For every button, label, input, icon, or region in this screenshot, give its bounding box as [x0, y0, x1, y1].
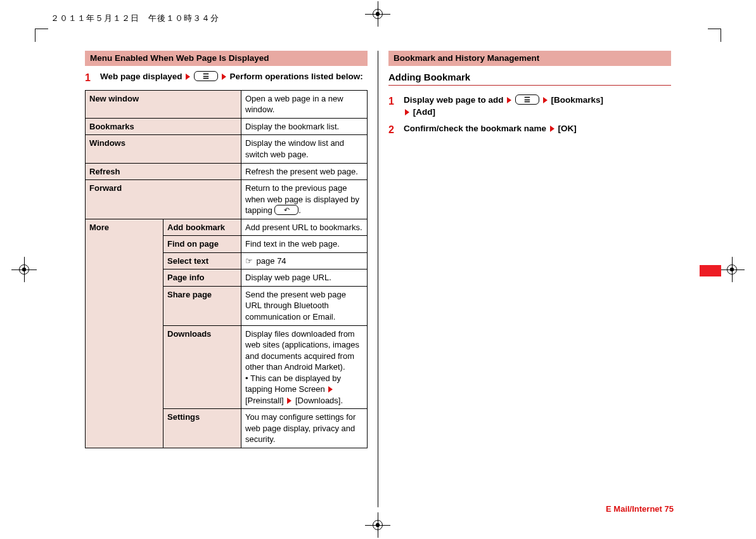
- table-row: More Add bookmark Add present URL to boo…: [86, 219, 368, 236]
- step-tail: [Add]: [413, 107, 435, 117]
- row-desc: Display the bookmark list.: [241, 118, 368, 135]
- footer-section: E Mail/Internet: [606, 504, 662, 514]
- row-label: Refresh: [86, 163, 241, 180]
- arrow-icon: [543, 97, 548, 103]
- bullet-tail: [Downloads].: [293, 396, 343, 405]
- menu-key-icon: ☰: [194, 71, 218, 81]
- crop-mark: [35, 29, 48, 42]
- step-mid: [Bookmarks]: [551, 95, 604, 105]
- desc-text: page 74: [254, 256, 286, 266]
- arrow-icon: [550, 126, 554, 132]
- registration-mark-icon: [18, 263, 30, 276]
- registration-mark-icon: [371, 8, 384, 20]
- row-label: New window: [86, 90, 241, 118]
- step-2: 2 Confirm/check the bookmark name [OK]: [388, 123, 671, 137]
- step-pre: Web page displayed: [100, 72, 183, 81]
- more-label: More: [86, 219, 163, 448]
- row-label: Downloads: [163, 325, 241, 409]
- desc-tail: .: [298, 205, 301, 215]
- row-label: Forward: [86, 180, 241, 219]
- row-desc: Display files downloaded from web sites …: [241, 325, 368, 409]
- row-desc: Open a web page in a new window.: [241, 90, 368, 118]
- table-row: Windows Display the window list and swit…: [86, 135, 368, 163]
- step-number: 1: [85, 71, 94, 85]
- row-label: Share page: [163, 286, 241, 325]
- left-column: Menu Enabled When Web Page Is Displayed …: [76, 51, 376, 507]
- registration-mark-icon: [371, 519, 384, 531]
- back-key-icon: [274, 205, 298, 215]
- menu-key-icon: ☰: [515, 94, 539, 105]
- row-label: Select text: [163, 252, 241, 270]
- step-pre: Display web page to add: [404, 95, 504, 105]
- arrow-icon: [186, 74, 190, 80]
- desc-text: Display files downloaded from web sites …: [245, 329, 359, 372]
- step-text: Web page displayed ☰ Perform operations …: [100, 71, 368, 85]
- pointer-icon: [245, 256, 254, 266]
- section-title-left: Menu Enabled When Web Page Is Displayed: [85, 51, 368, 66]
- step-pre: Confirm/check the bookmark name: [404, 124, 546, 133]
- table-row: New window Open a web page in a new wind…: [86, 90, 368, 118]
- row-label: Settings: [163, 409, 241, 448]
- row-label: Find on page: [163, 236, 241, 253]
- bullet-text: This can be displayed by tapping Home Sc…: [245, 373, 341, 394]
- step-number: 2: [388, 123, 397, 137]
- row-desc: Refresh the present web page.: [241, 163, 368, 180]
- row-label: Windows: [86, 135, 241, 163]
- row-label: Bookmarks: [86, 118, 241, 135]
- step-text: Display web page to add ☰ [Bookmarks] [A…: [404, 94, 671, 117]
- section-title-right: Bookmark and History Management: [388, 51, 671, 66]
- page-timestamp: ２０１１年５月１２日 午後１０時３４分: [51, 13, 219, 24]
- arrow-icon: [222, 74, 226, 80]
- step-post: Perform operations listed below:: [230, 72, 363, 81]
- column-divider: [378, 51, 378, 507]
- arrow-icon: [287, 398, 292, 404]
- row-desc: Find text in the web page.: [241, 236, 368, 253]
- page-footer: E Mail/Internet 75: [606, 504, 674, 514]
- thumb-tab: [700, 265, 721, 276]
- step-1: 1 Web page displayed ☰ Perform operation…: [85, 71, 368, 85]
- row-desc: page 74: [241, 252, 368, 270]
- menu-table: New window Open a web page in a new wind…: [85, 90, 368, 448]
- table-row: Refresh Refresh the present web page.: [86, 163, 368, 180]
- registration-mark-icon: [726, 263, 738, 276]
- row-desc: You may configure settings for web page …: [241, 409, 368, 448]
- arrow-icon: [507, 97, 511, 103]
- row-desc: Display web page URL.: [241, 270, 368, 287]
- step-1: 1 Display web page to add ☰ [Bookmarks] …: [388, 94, 671, 117]
- step-number: 1: [388, 94, 397, 117]
- row-desc: Send the present web page URL through Bl…: [241, 286, 368, 325]
- footer-page-number: 75: [665, 504, 674, 514]
- table-row: Forward Return to the previous page when…: [86, 180, 368, 219]
- row-label: Page info: [163, 270, 241, 287]
- desc-text: Return to the previous page when web pag…: [245, 183, 359, 215]
- sub-heading: Adding Bookmark: [388, 71, 671, 86]
- step-text: Confirm/check the bookmark name [OK]: [404, 123, 671, 137]
- crop-mark: [708, 29, 721, 42]
- row-desc: Display the window list and switch web p…: [241, 135, 368, 163]
- bullet-mid: [Preinstall]: [245, 396, 286, 405]
- arrow-icon: [328, 386, 333, 393]
- row-label: Add bookmark: [163, 219, 241, 236]
- arrow-icon: [405, 109, 409, 115]
- row-desc: Return to the previous page when web pag…: [241, 180, 368, 219]
- table-row: Bookmarks Display the bookmark list.: [86, 118, 368, 135]
- right-column: Bookmark and History Management Adding B…: [380, 51, 680, 507]
- step-tail: [OK]: [558, 124, 577, 133]
- page-content: Menu Enabled When Web Page Is Displayed …: [76, 51, 680, 507]
- row-desc: Add present URL to bookmarks.: [241, 219, 368, 236]
